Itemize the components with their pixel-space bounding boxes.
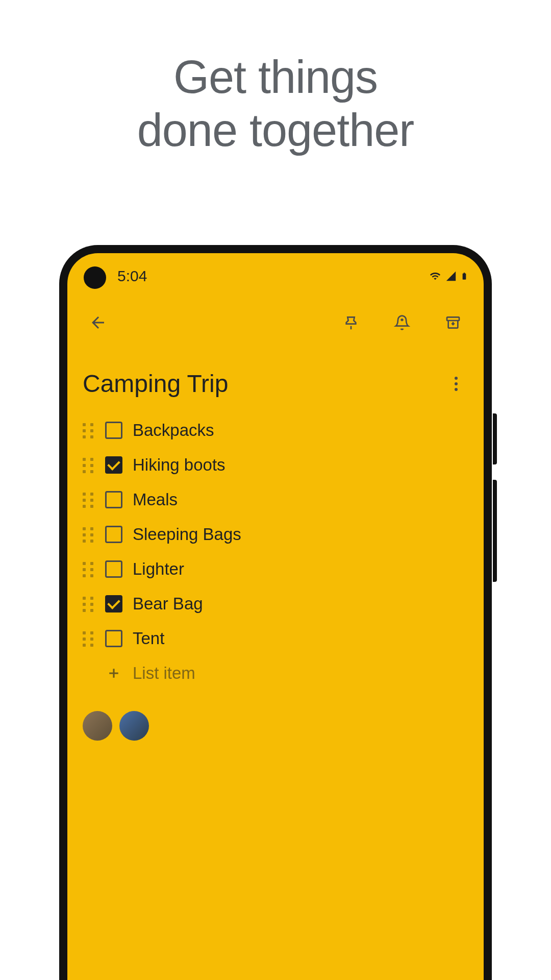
checkbox[interactable] xyxy=(105,595,122,612)
add-list-item[interactable]: List item xyxy=(83,656,468,691)
archive-icon xyxy=(445,314,461,331)
checklist-item: Backpacks xyxy=(83,413,468,448)
checkbox[interactable] xyxy=(105,630,122,647)
checklist-item-text[interactable]: Backpacks xyxy=(133,421,214,440)
status-icons xyxy=(429,270,468,283)
collaborator-avatar[interactable] xyxy=(119,711,149,741)
note-title[interactable]: Camping Trip xyxy=(83,370,228,398)
camera-punch-hole xyxy=(84,266,106,289)
checklist-item: Lighter xyxy=(83,552,468,586)
checkbox[interactable] xyxy=(105,526,122,543)
status-time: 5:04 xyxy=(117,267,147,285)
checklist-item-text[interactable]: Hiking boots xyxy=(133,455,226,475)
checkbox[interactable] xyxy=(105,560,122,578)
checklist-item-text[interactable]: Sleeping Bags xyxy=(133,525,241,544)
collaborators xyxy=(83,711,468,741)
pin-icon xyxy=(343,314,359,331)
app-bar xyxy=(67,288,484,339)
drag-handle-icon[interactable] xyxy=(83,493,95,507)
reminder-button[interactable] xyxy=(387,307,417,338)
signal-icon xyxy=(445,271,457,282)
checklist-item: Hiking boots xyxy=(83,448,468,482)
svg-rect-0 xyxy=(447,317,459,321)
checklist-item-text[interactable]: Lighter xyxy=(133,559,184,579)
checklist-item-text[interactable]: Tent xyxy=(133,629,164,648)
bell-plus-icon xyxy=(394,314,410,331)
back-button[interactable] xyxy=(83,307,113,338)
checklist: BackpacksHiking bootsMealsSleeping BagsL… xyxy=(83,413,468,656)
checkbox[interactable] xyxy=(105,491,122,508)
archive-button[interactable] xyxy=(438,307,468,338)
note-more-button[interactable] xyxy=(444,372,468,396)
plus-icon xyxy=(105,665,122,682)
checklist-item-text[interactable]: Bear Bag xyxy=(133,594,203,614)
status-bar: 5:04 xyxy=(67,253,484,288)
drag-handle-icon[interactable] xyxy=(83,527,95,542)
wifi-icon xyxy=(429,271,442,282)
battery-icon xyxy=(460,270,468,283)
checklist-item: Sleeping Bags xyxy=(83,517,468,552)
phone-screen: 5:04 xyxy=(67,253,484,980)
checklist-item: Tent xyxy=(83,621,468,656)
drag-handle-icon[interactable] xyxy=(83,562,95,576)
drag-handle-icon[interactable] xyxy=(83,597,95,611)
drag-handle-icon[interactable] xyxy=(83,423,95,437)
arrow-left-icon xyxy=(89,313,107,332)
note-content: Camping Trip BackpacksHiking bootsMealsS… xyxy=(67,339,484,741)
phone-frame: 5:04 xyxy=(59,245,492,980)
checklist-item-text[interactable]: Meals xyxy=(133,490,178,509)
checkbox[interactable] xyxy=(105,422,122,439)
checklist-item: Bear Bag xyxy=(83,586,468,621)
drag-handle-icon[interactable] xyxy=(83,631,95,646)
checklist-item: Meals xyxy=(83,482,468,517)
add-item-placeholder: List item xyxy=(133,664,195,683)
pin-button[interactable] xyxy=(336,307,366,338)
promo-headline: Get things done together xyxy=(0,0,551,157)
drag-handle-icon[interactable] xyxy=(83,458,95,472)
checkbox[interactable] xyxy=(105,456,122,474)
collaborator-avatar[interactable] xyxy=(83,711,112,741)
